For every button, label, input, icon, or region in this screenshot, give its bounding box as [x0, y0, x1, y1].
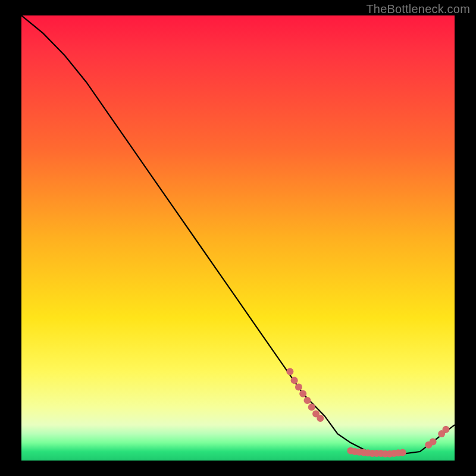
- data-points-group: [286, 368, 449, 457]
- data-point-cluster-descend-1: [286, 368, 293, 375]
- chart-svg: [21, 15, 455, 461]
- plot-area: [21, 15, 455, 461]
- data-point-trough-13: [399, 449, 406, 456]
- watermark-text: TheBottleneck.com: [366, 2, 470, 16]
- bottleneck-curve-line: [21, 15, 455, 454]
- chart-frame: TheBottleneck.com: [0, 0, 476, 476]
- data-point-cluster-descend-6: [308, 403, 315, 411]
- data-point-cluster-descend-2: [291, 377, 298, 384]
- data-point-cluster-descend-3: [295, 384, 302, 391]
- data-point-rise-2: [430, 439, 437, 446]
- data-point-cluster-descend-5: [303, 397, 311, 404]
- data-point-rise-4: [442, 426, 449, 433]
- data-point-cluster-descend-4: [299, 390, 306, 397]
- data-point-cluster-descend-8: [317, 415, 324, 422]
